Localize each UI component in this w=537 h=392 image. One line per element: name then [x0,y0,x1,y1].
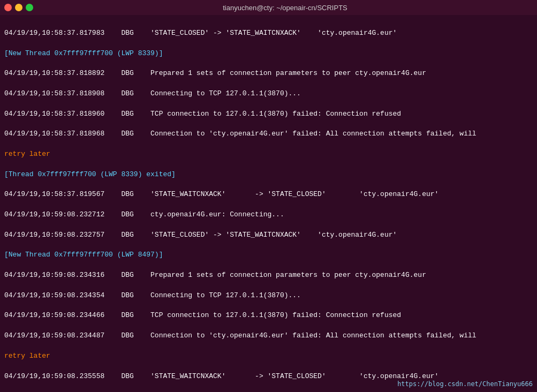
title-bar: tianyuchen@cty: ~/openair-cn/SCRIPTS [0,0,537,15]
terminal-line: 04/19/19,10:59:08.234316 DBG Prepared 1 … [4,270,533,281]
terminal-line: 04/19/19,10:59:08.232757 DBG 'STATE_CLOS… [4,230,533,240]
title-text: tianyuchen@cty: ~/openair-cn/SCRIPTS [37,4,533,12]
maximize-button[interactable] [26,4,33,11]
close-button[interactable] [4,4,12,11]
terminal-line: retry later [4,149,533,160]
terminal-body: 04/19/19,10:58:37.817983 DBG 'STATE_CLOS… [0,15,537,392]
watermark: https://blog.csdn.net/ChenTianyu666 [397,380,533,388]
terminal-line: 04/19/19,10:58:37.818968 DBG Connection … [4,129,533,139]
terminal-line: 04/19/19,10:59:08.234466 DBG TCP connect… [4,311,533,321]
minimize-button[interactable] [15,4,22,11]
terminal-line: [New Thread 0x7fff97fff700 (LWP 8497)] [4,250,533,260]
terminal-line: 04/19/19,10:59:08.232712 DBG cty.openair… [4,210,533,220]
terminal-line: 04/19/19,10:58:37.818908 DBG Connecting … [4,89,533,99]
terminal-line: 04/19/19,10:58:37.817983 DBG 'STATE_CLOS… [4,28,533,39]
window-controls[interactable] [4,4,33,11]
terminal-line: 04/19/19,10:58:37.819567 DBG 'STATE_WAIT… [4,190,533,200]
terminal-line: [New Thread 0x7fff97fff700 (LWP 8339)] [4,49,533,59]
terminal-line: retry later [4,351,533,361]
terminal-line: [Thread 0x7fff97fff700 (LWP 8339) exited… [4,170,533,180]
terminal-line: 04/19/19,10:58:37.818960 DBG TCP connect… [4,109,533,119]
terminal-line: 04/19/19,10:59:08.234487 DBG Connection … [4,331,533,341]
terminal-line: 04/19/19,10:59:08.234354 DBG Connecting … [4,291,533,301]
terminal-line: 04/19/19,10:58:37.818892 DBG Prepared 1 … [4,69,533,79]
